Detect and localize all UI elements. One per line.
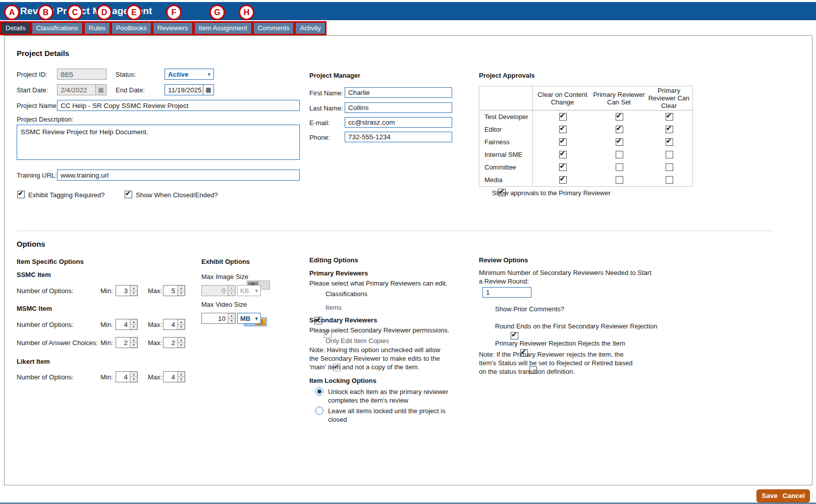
spin-down-icon[interactable]: ▼	[178, 324, 185, 329]
approval-checkbox[interactable]	[666, 176, 673, 184]
approval-checkbox[interactable]	[616, 138, 623, 146]
stepper-value: 5	[164, 286, 177, 296]
spin-up-icon[interactable]: ▲	[178, 338, 185, 343]
project-description-field[interactable]: SSMC Review Project for Help Document.	[17, 125, 300, 160]
exhibit-options-title: Exhibit Options	[201, 258, 250, 265]
approval-checkbox[interactable]	[666, 163, 673, 171]
likert-options-min-stepper[interactable]: 4 ▲▼	[116, 371, 138, 382]
msmc-answers-min-stepper[interactable]: 2 ▲▼	[116, 337, 138, 348]
approval-checkbox[interactable]	[616, 176, 623, 184]
approval-checkbox[interactable]	[616, 113, 623, 121]
tab-reviewers[interactable]: Reviewers	[153, 23, 192, 34]
section-title-project-manager: Project Manager	[309, 72, 360, 79]
show-when-closed-checkbox[interactable]	[125, 191, 132, 198]
spin-down-icon[interactable]: ▼	[130, 324, 137, 329]
last-name-label: Last Name:	[309, 104, 343, 112]
spin-down-icon[interactable]: ▼	[178, 343, 185, 348]
spin-up-icon[interactable]: ▲	[130, 338, 137, 343]
tab-comments[interactable]: Comments	[254, 23, 294, 34]
calendar-icon[interactable]: ▦	[203, 85, 213, 95]
approval-checkbox[interactable]	[616, 151, 623, 158]
first-name-field[interactable]: Charlie	[345, 87, 452, 98]
approvals-header-row: Clear on Content Change Primary Reviewer…	[479, 86, 692, 110]
email-field[interactable]: cc@strasz.com	[345, 117, 452, 128]
msmc-answers-max-stepper[interactable]: 2 ▲▼	[163, 337, 185, 348]
exhibit-tagging-checkbox[interactable]	[17, 191, 25, 198]
unit-value: MB	[240, 315, 250, 322]
end-date-field[interactable]: 11/19/2025 ▦	[165, 84, 214, 95]
chevron-down-icon: ▾	[255, 288, 258, 294]
primary-reviewers-subtitle: Please select what Primary Reviewers can…	[309, 279, 448, 287]
spin-up-icon[interactable]: ▲	[178, 286, 185, 291]
calendar-icon: ▦	[95, 85, 106, 95]
max-video-size-unit-dropdown[interactable]: MB ▾	[237, 313, 261, 324]
msmc-options-max-stepper[interactable]: 4 ▲▼	[163, 319, 185, 330]
phone-field[interactable]: 732-555-1234	[345, 132, 452, 142]
min-secondary-reviewers-field[interactable]: 1	[482, 287, 531, 298]
likert-item-title: Likert Item	[17, 358, 50, 365]
tab-classifications[interactable]: Classifications	[32, 23, 82, 34]
approval-checkbox[interactable]	[616, 163, 623, 171]
spin-down-icon[interactable]: ▼	[130, 377, 137, 382]
item-locking-options-title: Item Locking Options	[309, 377, 376, 384]
spin-up-icon[interactable]: ▲	[178, 372, 185, 377]
min-label: Min:	[100, 373, 113, 381]
spin-up-icon[interactable]: ▲	[130, 372, 137, 377]
spin-down-icon[interactable]: ▼	[130, 343, 137, 348]
details-panel: Project Details Project ID: 865 Status: …	[4, 35, 812, 485]
leave-locked-radio[interactable]	[315, 407, 323, 415]
approval-checkbox[interactable]	[666, 113, 673, 121]
max-label: Max:	[148, 373, 162, 381]
tab-rules[interactable]: Rules	[85, 23, 110, 34]
spin-down-icon[interactable]: ▼	[228, 318, 235, 323]
spin-down-icon[interactable]: ▼	[178, 377, 185, 382]
ssmc-options-min-stepper[interactable]: 3 ▲▼	[116, 285, 138, 296]
approval-checkbox[interactable]	[559, 163, 567, 171]
approval-checkbox[interactable]	[559, 176, 567, 184]
approvals-col-clear-on-content-change: Clear on Content Change	[533, 91, 592, 106]
approval-checkbox[interactable]	[559, 126, 567, 133]
ssmc-options-max-stepper[interactable]: 5 ▲▼	[163, 285, 185, 296]
table-row: Internal SME	[479, 148, 692, 161]
approval-checkbox[interactable]	[666, 151, 673, 158]
approval-checkbox[interactable]	[559, 113, 567, 121]
spin-up-icon[interactable]: ▲	[130, 319, 137, 324]
last-name-field[interactable]: Collins	[345, 102, 452, 113]
ssmc-number-of-options-label: Number of Options:	[17, 287, 74, 295]
tab-bar: Details Classifications Rules Poolbooks …	[0, 21, 327, 35]
stepper-value: 3	[116, 286, 130, 296]
unlock-items-radio[interactable]	[315, 387, 323, 396]
approval-checkbox[interactable]	[559, 151, 567, 158]
unlock-items-radio-label: Unlock each item as the primary reviewer…	[328, 387, 452, 405]
cancel-button[interactable]: Cancel	[778, 489, 810, 502]
approval-checkbox[interactable]	[616, 126, 623, 133]
section-title-project-details: Project Details	[17, 49, 69, 58]
tab-activity[interactable]: Activity	[296, 23, 324, 34]
approval-checkbox[interactable]	[666, 138, 673, 146]
tab-item-assignment[interactable]: Item Assignment	[195, 23, 251, 34]
show-prior-comments-checkbox[interactable]	[511, 332, 518, 340]
leave-locked-radio-row[interactable]: Leave all items locked until the project…	[315, 407, 452, 424]
spin-down-icon[interactable]: ▼	[178, 291, 185, 296]
spin-up-icon[interactable]: ▲	[130, 286, 137, 291]
approval-checkbox[interactable]	[559, 138, 567, 146]
likert-options-max-stepper[interactable]: 4 ▲▼	[163, 371, 185, 382]
spin-up-icon[interactable]: ▲	[228, 313, 235, 318]
tab-poolbooks[interactable]: Poolbooks	[112, 23, 151, 34]
msmc-number-of-options-label: Number of Options:	[17, 321, 74, 328]
msmc-options-min-stepper[interactable]: 4 ▲▼	[116, 319, 138, 330]
max-video-size-stepper[interactable]: 10 ▲▼	[201, 313, 236, 324]
spin-up-icon[interactable]: ▲	[178, 319, 185, 324]
approvals-col-primary-can-set: Primary Reviewer Can Set	[592, 91, 646, 106]
min-label: Min:	[100, 287, 113, 295]
approval-checkbox[interactable]	[666, 126, 673, 133]
project-name-field[interactable]: CC Help - SR Copy SSMC Review Project	[57, 100, 300, 111]
primary-rejection-label: Primary Reviewer Rejection Rejects the I…	[495, 340, 625, 347]
tab-details[interactable]: Details	[2, 23, 30, 34]
unlock-items-radio-row[interactable]: Unlock each item as the primary reviewer…	[315, 387, 452, 405]
project-approvals-table: Clear on Content Change Primary Reviewer…	[479, 86, 693, 187]
spin-down-icon[interactable]: ▼	[130, 291, 137, 296]
status-dropdown[interactable]: Active ▾	[165, 69, 214, 80]
training-url-field[interactable]: www.training.url	[57, 170, 300, 181]
item-specific-options-title: Item Specific Options	[17, 258, 84, 265]
